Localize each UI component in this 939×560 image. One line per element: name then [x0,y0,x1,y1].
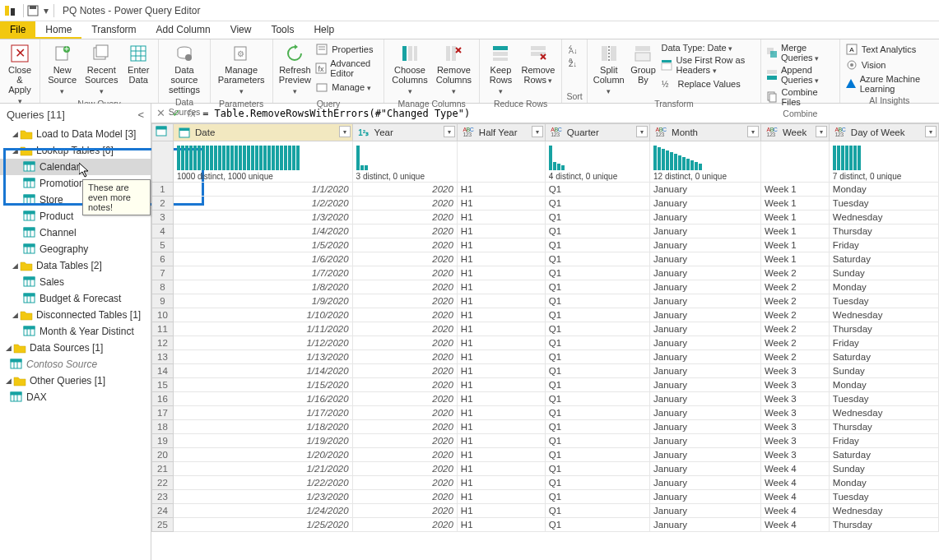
cell[interactable]: 2020 [352,252,457,266]
cell[interactable]: 1/18/2020 [174,420,353,434]
cell[interactable]: Monday [829,280,938,294]
cell[interactable]: Tuesday [829,490,938,504]
cell[interactable]: Q1 [545,238,649,252]
refresh-preview-button[interactable]: RefreshPreview [278,42,313,98]
enter-data-button[interactable]: EnterData [123,42,153,86]
merge-queries-button[interactable]: Merge Queries [766,42,834,63]
cell[interactable]: 1/22/2020 [174,476,353,490]
cell[interactable]: 1/13/2020 [174,350,353,364]
cell[interactable]: Week 3 [760,420,829,434]
tab-view[interactable]: View [221,21,262,39]
cell[interactable]: 2020 [352,350,457,364]
cell[interactable]: Saturday [829,350,938,364]
cell[interactable]: Week 1 [760,238,829,252]
cell[interactable]: 2020 [352,476,457,490]
cell[interactable]: 2020 [352,211,457,224]
cell[interactable]: Thursday [829,322,938,336]
filter-dropdown-icon[interactable]: ▾ [444,126,455,137]
formula-input[interactable] [202,108,934,119]
row-number[interactable]: 19 [152,434,174,448]
cell[interactable]: 2020 [352,378,457,392]
remove-columns-button[interactable]: RemoveColumns [434,42,474,98]
cell[interactable]: 1/19/2020 [174,434,353,448]
cell[interactable]: 1/6/2020 [174,252,353,266]
cell[interactable]: 2020 [352,322,457,336]
cell[interactable]: Sunday [829,266,938,280]
vision-button[interactable]: Vision [845,58,934,72]
cell[interactable]: Saturday [829,448,938,462]
query-sales[interactable]: Sales [0,274,151,290]
cell[interactable]: H1 [457,294,545,308]
row-number[interactable]: 3 [152,211,174,224]
filter-dropdown-icon[interactable]: ▾ [925,126,937,137]
cell[interactable]: January [650,211,761,224]
cell[interactable]: Week 2 [760,308,829,322]
cell[interactable]: Q1 [545,462,649,476]
cell[interactable]: H1 [457,420,545,434]
cell[interactable]: Q1 [545,392,649,406]
cell[interactable]: January [650,364,761,378]
cell[interactable]: Week 2 [760,350,829,364]
filter-dropdown-icon[interactable]: ▾ [339,126,351,137]
row-number[interactable]: 15 [152,378,174,392]
cell[interactable]: 1/21/2020 [174,462,353,476]
cell[interactable]: 2020 [352,406,457,420]
row-number[interactable]: 7 [152,266,174,280]
cell[interactable]: Wednesday [829,406,938,420]
cell[interactable]: H1 [457,197,545,211]
cell[interactable]: Week 3 [760,406,829,420]
row-number[interactable]: 6 [152,252,174,266]
cell[interactable]: January [650,322,761,336]
query-geography[interactable]: Geography [0,241,151,257]
cell[interactable]: Q1 [545,420,649,434]
cell[interactable]: 2020 [352,238,457,252]
cell[interactable]: 2020 [352,504,457,518]
choose-columns-button[interactable]: ChooseColumns [389,42,430,98]
cell[interactable]: Q1 [545,294,649,308]
cell[interactable]: Tuesday [829,197,938,211]
cell[interactable]: 1/3/2020 [174,211,353,224]
query-myd[interactable]: Month & Year Distinct [0,323,151,340]
cell[interactable]: H1 [457,490,545,504]
cell[interactable]: 1/12/2020 [174,336,353,350]
tab-tools[interactable]: Tools [261,21,304,39]
new-source-button[interactable]: +NewSource [45,42,79,98]
cell[interactable]: January [650,266,761,280]
cell[interactable]: Friday [829,336,938,350]
cell[interactable]: January [650,183,761,197]
row-number[interactable]: 12 [152,336,174,350]
query-channel[interactable]: Channel [0,224,151,241]
cell[interactable]: Q1 [545,476,649,490]
row-number[interactable]: 18 [152,420,174,434]
column-header-half-year[interactable]: ABC123Half Year▾ [457,124,545,141]
query-contoso[interactable]: Contoso Source [0,356,151,373]
cell[interactable]: 1/7/2020 [174,266,353,280]
azure-ml-button[interactable]: Azure Machine Learning [845,73,934,95]
row-number[interactable]: 14 [152,364,174,378]
cell[interactable]: 1/4/2020 [174,224,353,238]
keep-rows-button[interactable]: KeepRows [485,42,517,98]
cell[interactable]: Monday [829,378,938,392]
cell[interactable]: 2020 [352,294,457,308]
cell[interactable]: Tuesday [829,294,938,308]
row-number[interactable]: 25 [152,518,174,532]
sort-desc-icon[interactable]: Z↓A [567,58,582,70]
cell[interactable]: Week 4 [760,504,829,518]
cell[interactable]: Q1 [545,252,649,266]
column-header-day-of-week[interactable]: ABC123Day of Week▾ [829,124,938,141]
column-header-year[interactable]: 1²₃Year▾ [352,124,457,141]
manage-button[interactable]: Manage [315,80,379,95]
cell[interactable]: 1/10/2020 [174,308,353,322]
query-g4[interactable]: ◢Disconnected Tables [1] [0,307,151,323]
row-number[interactable]: 20 [152,448,174,462]
tab-add-column[interactable]: Add Column [146,21,221,39]
cell[interactable]: Q1 [545,378,649,392]
properties-button[interactable]: Properties [315,42,379,57]
cell[interactable]: Q1 [545,280,649,294]
cell[interactable]: H1 [457,224,545,238]
cell[interactable]: Friday [829,434,938,448]
query-g2[interactable]: ◢Lookup Tables [6] [0,142,151,159]
cell[interactable]: January [650,420,761,434]
cell[interactable]: Week 1 [760,197,829,211]
cell[interactable]: Week 3 [760,434,829,448]
